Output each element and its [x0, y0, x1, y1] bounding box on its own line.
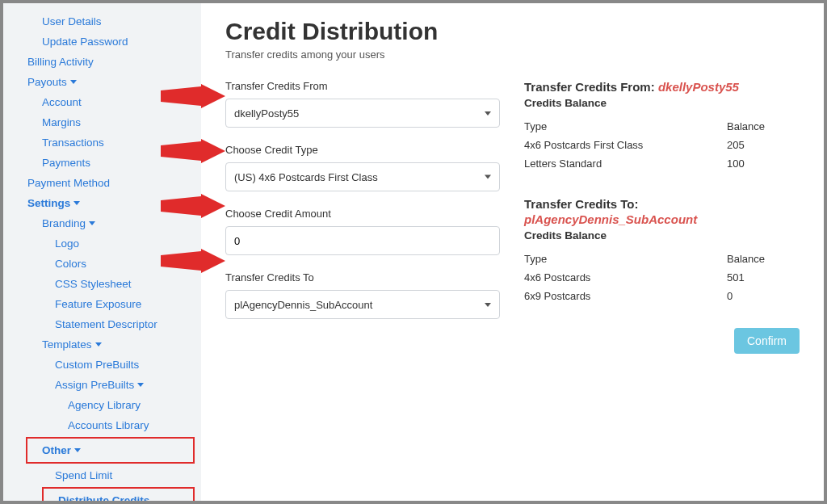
col-type: Type [524, 250, 727, 268]
from-balance-table: Type Balance 4x6 Postcards First Class 2… [524, 117, 800, 173]
from-account-name: dkellyPosty55 [658, 80, 739, 94]
sidebar-item-spend-limit[interactable]: Spend Limit [3, 465, 201, 485]
sidebar-item-transactions[interactable]: Transactions [3, 132, 201, 153]
sidebar-item-margins[interactable]: Margins [3, 112, 201, 132]
chevron-down-icon [485, 303, 491, 307]
highlight-box-other: Other [26, 437, 195, 464]
sidebar-item-payments[interactable]: Payments [3, 153, 201, 173]
sidebar-item-distribute-credits[interactable]: Distribute Credits [44, 490, 193, 501]
to-balance-table: Type Balance 4x6 Postcards 501 6x9 Postc… [524, 250, 800, 305]
sidebar-item-assign-prebuilts[interactable]: Assign PreBuilts [3, 375, 201, 395]
table-row: Letters Standard 100 [524, 154, 800, 173]
sidebar-item-account[interactable]: Account [3, 92, 201, 112]
col-balance: Balance [727, 250, 800, 268]
transfer-from-label: Transfer Credits From [225, 80, 500, 92]
table-row: 6x9 Postcards 0 [524, 287, 800, 305]
sidebar-item-payouts[interactable]: Payouts [3, 72, 201, 92]
transfer-from-dropdown[interactable]: dkellyPosty55 [225, 99, 500, 128]
sidebar-item-custom-prebuilts[interactable]: Custom PreBuilts [3, 355, 201, 375]
page-title: Credit Distribution [225, 18, 800, 45]
transfer-to-label: Transfer Credits To [225, 271, 500, 284]
sidebar-item-colors[interactable]: Colors [3, 254, 201, 274]
to-account-name: plAgencyDennis_SubAccount [524, 212, 697, 226]
sidebar-item-feature-exposure[interactable]: Feature Exposure [3, 294, 201, 314]
sidebar-item-other[interactable]: Other [27, 440, 193, 460]
table-row: 4x6 Postcards 501 [524, 268, 800, 287]
sidebar-item-billing-activity[interactable]: Billing Activity [3, 52, 201, 72]
to-credits-balance-head: Credits Balance [524, 229, 800, 242]
table-row: 4x6 Postcards First Class 205 [524, 136, 800, 154]
chevron-down-icon [485, 175, 491, 179]
transfer-to-value: plAgencyDennis_SubAccount [234, 299, 372, 311]
sidebar-item-user-details[interactable]: User Details [3, 11, 201, 32]
col-type: Type [524, 117, 727, 136]
sidebar-item-update-password[interactable]: Update Password [3, 32, 201, 52]
sidebar-item-settings[interactable]: Settings [3, 193, 201, 213]
sidebar: User Details Update Password Billing Act… [3, 3, 201, 501]
transfer-from-value: dkellyPosty55 [234, 107, 299, 120]
credit-type-value: (US) 4x6 Postcards First Class [234, 171, 378, 183]
chevron-down-icon [485, 111, 491, 116]
sidebar-item-logo[interactable]: Logo [3, 233, 201, 254]
sidebar-item-templates[interactable]: Templates [3, 334, 201, 355]
transfer-to-dropdown[interactable]: plAgencyDennis_SubAccount [225, 290, 500, 319]
highlight-box-distribute-credits: Distribute Credits [42, 487, 195, 501]
to-panel-head: Transfer Credits To: [524, 197, 800, 211]
sidebar-item-payment-method[interactable]: Payment Method [3, 173, 201, 193]
page-subtitle: Transfer credits among your users [225, 48, 800, 61]
from-panel-head: Transfer Credits From: dkellyPosty55 [524, 80, 800, 94]
main-content: Credit Distribution Transfer credits amo… [201, 3, 824, 501]
sidebar-item-statement-descriptor[interactable]: Statement Descriptor [3, 314, 201, 334]
sidebar-item-css-stylesheet[interactable]: CSS Stylesheet [3, 274, 201, 294]
col-balance: Balance [727, 117, 800, 136]
credit-amount-label: Choose Credit Amount [225, 208, 500, 220]
credit-amount-input[interactable] [225, 226, 500, 255]
confirm-button[interactable]: Confirm [734, 328, 800, 354]
sidebar-item-branding[interactable]: Branding [3, 213, 201, 233]
sidebar-item-accounts-library[interactable]: Accounts Library [3, 415, 201, 435]
credit-type-select[interactable]: (US) 4x6 Postcards First Class [225, 162, 500, 191]
from-credits-balance-head: Credits Balance [524, 97, 800, 109]
sidebar-item-agency-library[interactable]: Agency Library [3, 395, 201, 415]
credit-type-label: Choose Credit Type [225, 144, 500, 156]
